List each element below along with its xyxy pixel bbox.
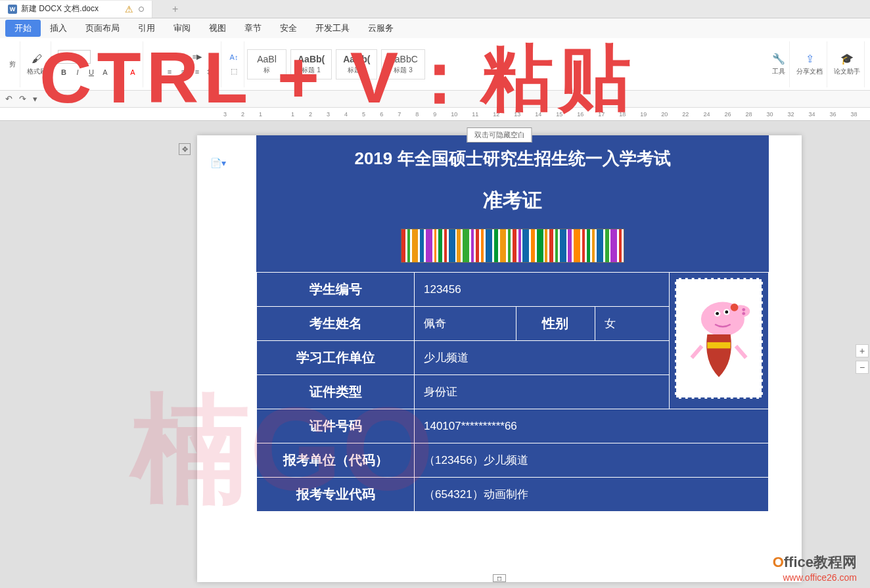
value-student-id: 123456 [415, 273, 670, 307]
svg-point-2 [742, 308, 745, 311]
share-button[interactable]: ⇪ 分享文档 [796, 53, 823, 76]
svg-line-10 [692, 346, 702, 358]
tab-bar: W 新建 DOCX 文档.docx ⚠ + [0, 0, 870, 18]
certificate-subtitle: 准考证 [256, 175, 769, 229]
clipboard-group: 剪 [5, 41, 20, 87]
thesis-helper-button[interactable]: 🎓 论文助手 [834, 53, 860, 76]
tab-title: 新建 DOCX 文档.docx [21, 3, 99, 14]
table-move-handle[interactable]: ✥ [179, 143, 191, 155]
page-margin-hint[interactable]: 双击可隐藏空白 [467, 127, 532, 143]
share-group: ⇪ 分享文档 [792, 41, 827, 87]
svg-line-11 [736, 346, 746, 358]
tools-button[interactable]: 🔧 工具 [772, 53, 785, 76]
tools-group: 🔧 工具 [768, 41, 790, 87]
graduation-icon: 🎓 [840, 53, 854, 66]
label-gender: 性别 [516, 307, 595, 341]
value-major-code: （654321）动画制作 [415, 478, 769, 512]
table-row: 学生编号 123456 [257, 273, 769, 307]
label-id-number: 证件号码 [257, 409, 415, 443]
value-gender: 女 [595, 307, 669, 341]
svg-point-3 [742, 312, 745, 315]
svg-rect-9 [707, 342, 730, 348]
svg-point-7 [725, 311, 728, 314]
label-student-id: 学生编号 [257, 273, 415, 307]
redo-button[interactable]: ↷ [19, 94, 26, 104]
svg-point-5 [716, 312, 719, 315]
certificate-table: 学生编号 123456 [256, 272, 769, 512]
table-row: 证件号码 140107**********66 [257, 409, 769, 443]
barcode [401, 229, 624, 263]
logo-text: ffice教程网 [784, 554, 857, 570]
footer-url: www.office26.com [773, 572, 857, 583]
value-id-type: 身份证 [415, 375, 670, 409]
qa-dropdown[interactable]: ▾ [33, 94, 37, 104]
logo-o: O [773, 554, 784, 570]
side-expand-button[interactable]: + [856, 344, 869, 357]
warning-icon: ⚠ [125, 4, 133, 14]
status-circle-icon [139, 7, 144, 12]
side-collapse-button[interactable]: − [856, 361, 869, 374]
label-name: 考生姓名 [257, 307, 415, 341]
svg-point-8 [731, 304, 739, 311]
table-row: 报考单位（代码） （123456）少儿频道 [257, 443, 769, 478]
document-area: 楠GO 双击可隐藏空白 ✥ 📄▾ 2019 年全国硕士研究生招生统一入学考试 准… [0, 121, 870, 588]
value-workplace: 少儿频道 [415, 341, 670, 375]
add-tab-button[interactable]: + [172, 3, 178, 15]
document-tab[interactable]: W 新建 DOCX 文档.docx ⚠ [0, 1, 152, 18]
label-apply-unit: 报考单位（代码） [257, 443, 415, 478]
table-row: 报考专业代码 （654321）动画制作 [257, 478, 769, 512]
label-major-code: 报考专业代码 [257, 478, 415, 512]
share-icon: ⇪ [803, 53, 816, 66]
word-icon: W [8, 5, 17, 14]
footer-watermark: Office教程网 www.office26.com [773, 553, 857, 583]
cut-button[interactable]: 剪 [9, 60, 16, 69]
label-id-type: 证件类型 [257, 375, 415, 409]
value-id-number: 140107**********66 [415, 409, 769, 443]
menu-start[interactable]: 开始 [5, 20, 41, 37]
peppa-pig-image [680, 283, 758, 394]
thesis-group: 🎓 论文助手 [830, 41, 865, 87]
shortcut-overlay-text: CTRL + V：粘贴 [39, 30, 636, 127]
label-workplace: 学习工作单位 [257, 341, 415, 375]
photo-frame [675, 278, 763, 399]
document-page[interactable]: 双击可隐藏空白 ✥ 📄▾ 2019 年全国硕士研究生招生统一入学考试 准考证 学… [197, 135, 802, 582]
tools-icon: 🔧 [772, 53, 785, 66]
value-apply-unit: （123456）少儿频道 [415, 443, 769, 478]
paste-options-button[interactable]: 📄▾ [210, 158, 226, 168]
undo-button[interactable]: ↶ [5, 94, 12, 104]
value-name: 佩奇 [415, 307, 516, 341]
photo-cell [670, 273, 769, 409]
certificate-content: 2019 年全国硕士研究生招生统一入学考试 准考证 学生编号 123456 [256, 135, 769, 512]
table-resize-handle[interactable]: □ [493, 574, 506, 582]
